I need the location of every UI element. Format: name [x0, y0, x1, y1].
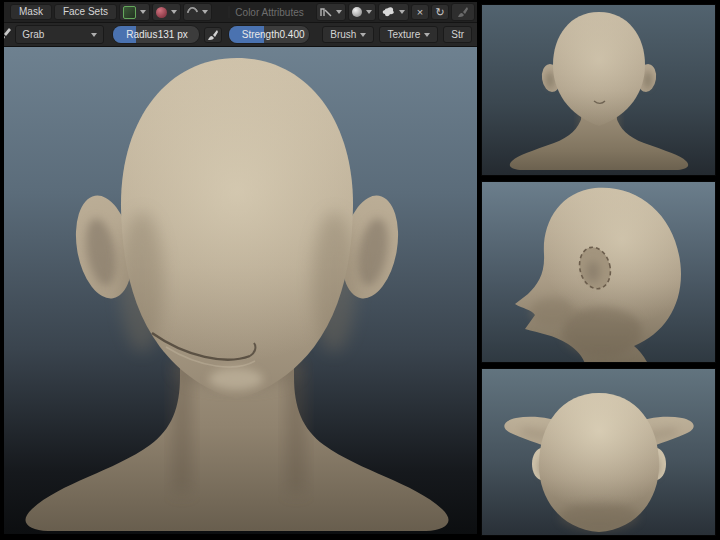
side-viewport[interactable] — [481, 181, 716, 363]
strength-label: Strength — [242, 29, 280, 40]
color-attributes-label: Color Attributes — [235, 7, 303, 18]
red-sphere-icon — [156, 7, 167, 18]
brush-menu-label: Brush — [330, 29, 356, 40]
sphere-icon — [352, 7, 362, 17]
mask-menu-button[interactable]: Mask — [10, 4, 52, 20]
stroke-menu-button[interactable]: Str — [443, 26, 472, 43]
tool-settings-bar: Grab Radius 131 px Strength 0.400 — [4, 23, 477, 47]
sphere-dropdown[interactable] — [348, 3, 376, 21]
sculpt-mesh-back-view — [482, 5, 716, 176]
brush-disabled-button — [451, 3, 475, 21]
falloff-curve-dropdown[interactable] — [316, 3, 346, 21]
mirror-x-button[interactable]: × — [411, 4, 429, 20]
active-tool-label: Grab — [22, 29, 87, 40]
strength-slider[interactable]: Strength 0.400 — [228, 25, 311, 44]
arc-dropdown[interactable] — [183, 3, 212, 21]
chevron-down-icon — [140, 10, 146, 14]
active-tool-dropdown[interactable]: Grab — [15, 25, 104, 44]
checkbox-icon — [228, 6, 230, 18]
radius-value: 131 px — [158, 29, 188, 40]
red-sphere-dropdown[interactable] — [152, 3, 181, 21]
pressure-icon — [207, 29, 219, 41]
recycle-icon: ↻ — [435, 7, 444, 18]
cursor-tool-icon — [123, 6, 136, 19]
sculpt-mesh-front-view — [4, 47, 477, 534]
chevron-down-icon — [360, 33, 366, 37]
cursor-tool-dropdown[interactable] — [119, 3, 150, 21]
radius-slider[interactable]: Radius 131 px — [112, 25, 199, 44]
main-viewport[interactable] — [4, 47, 477, 534]
chevron-down-icon — [91, 33, 97, 37]
chevron-down-icon — [366, 10, 372, 14]
stroke-menu-label: Str — [451, 29, 464, 40]
face-sets-menu-button[interactable]: Face Sets — [54, 4, 117, 20]
blender-window: Mask Face Sets Color Attributes — [0, 0, 720, 540]
clipped-brush-icon — [4, 26, 11, 43]
mirror-x-icon: × — [417, 7, 423, 18]
chevron-down-icon — [399, 10, 405, 14]
recycle-button[interactable]: ↻ — [431, 4, 449, 20]
radius-pressure-button[interactable] — [204, 27, 222, 43]
sculpt-header-menus: Mask Face Sets Color Attributes — [4, 2, 477, 23]
strength-value: 0.400 — [280, 29, 305, 40]
sculpt-mesh-side-view — [482, 182, 716, 363]
texture-menu-label: Texture — [387, 29, 420, 40]
falloff-curve-icon — [320, 7, 332, 18]
chevron-down-icon — [171, 10, 177, 14]
paint-splash-icon — [382, 6, 395, 18]
arc-icon — [185, 4, 200, 19]
brush-menu-button[interactable]: Brush — [322, 26, 374, 43]
chevron-down-icon — [202, 10, 208, 14]
paint-splash-dropdown[interactable] — [378, 3, 409, 21]
brush-icon — [457, 6, 469, 18]
top-viewport[interactable] — [481, 368, 716, 536]
sculpt-editor: Mask Face Sets Color Attributes — [4, 2, 477, 534]
radius-label: Radius — [126, 29, 157, 40]
texture-menu-button[interactable]: Texture — [379, 26, 438, 43]
chevron-down-icon — [424, 33, 430, 37]
sculpt-mesh-top-view — [482, 369, 716, 536]
chevron-down-icon — [336, 10, 342, 14]
back-viewport[interactable] — [481, 4, 716, 176]
